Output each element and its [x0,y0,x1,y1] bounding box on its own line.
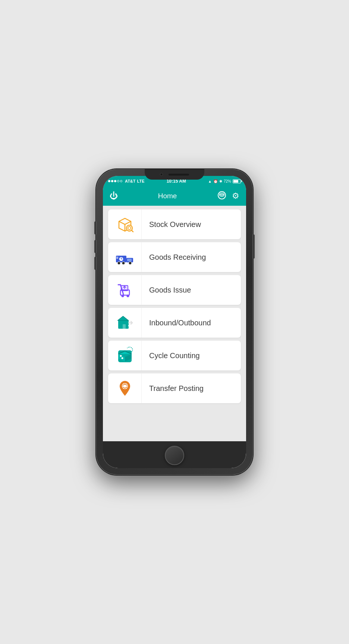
location-icon: ▲ [208,179,212,183]
phone-device: AT&T LTE 10:15 AM ▲ ⏰ ✱ 72% ⏻ Home [96,169,253,475]
svg-point-25 [120,355,122,357]
cycle-counting-label: Cycle Counting [142,351,241,360]
transfer-posting-icon [115,379,135,398]
main-content: Stock Overview [103,206,246,441]
svg-point-26 [121,357,123,359]
menu-item-goods-receiving[interactable]: Goods Receiving [108,242,241,272]
phone-notch [145,169,204,180]
svg-point-9 [117,262,120,265]
phone-screen: AT&T LTE 10:15 AM ▲ ⏰ ✱ 72% ⏻ Home [103,176,246,468]
menu-item-stock-overview[interactable]: Stock Overview [108,209,241,239]
signal-dot-1 [108,180,110,182]
network-label: LTE [137,179,145,183]
goods-issue-icon [115,280,135,300]
status-left: AT&T LTE [108,179,144,183]
signal-dot-4 [117,180,119,182]
nav-bar: ⏻ Home ⚙ [103,186,246,206]
signal-dot-5 [120,180,122,182]
inbound-outbound-icon [115,313,135,332]
menu-item-goods-issue[interactable]: Goods Issue [108,275,241,305]
status-right: ▲ ⏰ ✱ 72% [208,179,241,183]
svg-point-10 [122,262,125,265]
inbound-outbound-icon-area [108,308,142,338]
nav-title: Home [158,192,177,200]
goods-receiving-icon [115,247,135,267]
cycle-counting-icon [115,346,135,365]
transfer-posting-icon-area [108,373,142,403]
carrier-label: AT&T [125,179,136,183]
stock-overview-icon [115,215,135,234]
stock-overview-label: Stock Overview [142,220,241,229]
home-button-area [103,441,246,468]
svg-marker-23 [117,316,129,321]
goods-receiving-icon-area [108,242,142,272]
battery-percent: 72% [224,179,231,183]
nav-right-icons: ⚙ [217,190,239,202]
battery-icon [233,179,241,183]
front-camera [160,173,163,176]
menu-item-cycle-counting[interactable]: Cycle Counting [108,341,241,370]
svg-rect-8 [127,259,132,261]
svg-rect-22 [123,324,126,329]
goods-issue-icon-area [108,275,142,305]
home-button[interactable] [165,446,184,465]
goods-issue-label: Goods Issue [142,286,241,294]
power-button[interactable]: ⏻ [110,191,118,201]
svg-point-19 [121,295,124,297]
svg-line-5 [132,230,133,232]
battery-fill [233,180,238,183]
signal-dot-3 [114,180,116,182]
bluetooth-icon: ✱ [219,179,222,183]
inbound-outbound-label: Inbound/Outbound [142,319,241,327]
svg-point-20 [126,295,129,297]
signal-dot-2 [111,180,113,182]
menu-item-transfer-posting[interactable]: Transfer Posting [108,373,241,403]
goods-receiving-label: Goods Receiving [142,253,241,262]
menu-item-inbound-outbound[interactable]: Inbound/Outbound [108,308,241,338]
earpiece-speaker [169,174,189,176]
cycle-counting-icon-area [108,341,142,370]
history-icon[interactable] [217,190,227,202]
stock-overview-icon-area [108,209,142,239]
alarm-icon: ⏰ [213,179,218,183]
settings-icon[interactable]: ⚙ [232,191,239,201]
svg-point-11 [129,262,132,265]
transfer-posting-label: Transfer Posting [142,384,241,393]
signal-dots [108,180,122,182]
